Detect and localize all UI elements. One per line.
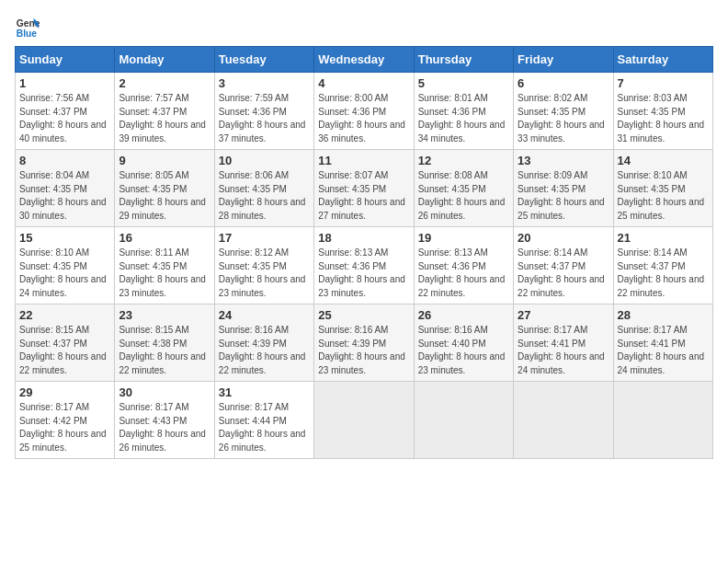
day-number: 25 bbox=[318, 308, 409, 322]
day-number: 16 bbox=[119, 231, 210, 245]
calendar-cell: 2Sunrise: 7:57 AMSunset: 4:37 PMDaylight… bbox=[115, 73, 214, 150]
header-tuesday: Tuesday bbox=[214, 47, 313, 73]
day-info: Sunrise: 8:15 AMSunset: 4:37 PMDaylight:… bbox=[19, 324, 110, 377]
day-info: Sunrise: 8:03 AMSunset: 4:35 PMDaylight:… bbox=[618, 92, 709, 145]
calendar-cell: 4Sunrise: 8:00 AMSunset: 4:36 PMDaylight… bbox=[314, 73, 414, 150]
calendar-cell: 25Sunrise: 8:16 AMSunset: 4:39 PMDayligh… bbox=[314, 304, 414, 382]
day-number: 11 bbox=[318, 154, 409, 167]
header-wednesday: Wednesday bbox=[314, 47, 414, 73]
day-number: 26 bbox=[418, 308, 509, 322]
day-number: 17 bbox=[219, 231, 310, 245]
day-number: 20 bbox=[518, 231, 609, 245]
day-info: Sunrise: 8:12 AMSunset: 4:35 PMDaylight:… bbox=[219, 247, 310, 300]
day-info: Sunrise: 8:16 AMSunset: 4:39 PMDaylight:… bbox=[219, 324, 310, 377]
svg-text:Blue: Blue bbox=[17, 29, 38, 39]
calendar-cell: 17Sunrise: 8:12 AMSunset: 4:35 PMDayligh… bbox=[214, 227, 313, 304]
day-info: Sunrise: 8:17 AMSunset: 4:41 PMDaylight:… bbox=[618, 324, 709, 377]
calendar-cell: 15Sunrise: 8:10 AMSunset: 4:35 PMDayligh… bbox=[16, 227, 115, 304]
calendar-cell: 26Sunrise: 8:16 AMSunset: 4:40 PMDayligh… bbox=[414, 304, 513, 382]
day-number: 31 bbox=[219, 385, 310, 399]
day-number: 29 bbox=[19, 385, 110, 399]
day-info: Sunrise: 8:11 AMSunset: 4:35 PMDaylight:… bbox=[119, 247, 210, 300]
calendar-cell: 3Sunrise: 7:59 AMSunset: 4:36 PMDaylight… bbox=[214, 73, 313, 150]
day-info: Sunrise: 8:13 AMSunset: 4:36 PMDaylight:… bbox=[318, 247, 409, 300]
calendar-header-row: SundayMondayTuesdayWednesdayThursdayFrid… bbox=[16, 47, 713, 73]
day-info: Sunrise: 8:17 AMSunset: 4:43 PMDaylight:… bbox=[119, 401, 210, 454]
calendar-table: SundayMondayTuesdayWednesdayThursdayFrid… bbox=[15, 46, 713, 459]
calendar-cell: 28Sunrise: 8:17 AMSunset: 4:41 PMDayligh… bbox=[613, 304, 712, 382]
calendar-cell: 10Sunrise: 8:06 AMSunset: 4:35 PMDayligh… bbox=[214, 150, 313, 227]
logo-icon: General Blue bbox=[15, 15, 40, 40]
week-row-0: 1Sunrise: 7:56 AMSunset: 4:37 PMDaylight… bbox=[16, 73, 713, 150]
day-info: Sunrise: 8:09 AMSunset: 4:35 PMDaylight:… bbox=[518, 169, 609, 223]
calendar-cell: 16Sunrise: 8:11 AMSunset: 4:35 PMDayligh… bbox=[115, 227, 214, 304]
day-number: 2 bbox=[119, 76, 210, 90]
day-info: Sunrise: 8:17 AMSunset: 4:42 PMDaylight:… bbox=[19, 401, 110, 454]
day-number: 5 bbox=[418, 76, 509, 90]
calendar-cell: 31Sunrise: 8:17 AMSunset: 4:44 PMDayligh… bbox=[214, 382, 313, 459]
day-number: 4 bbox=[318, 76, 409, 90]
day-number: 13 bbox=[518, 154, 609, 167]
day-info: Sunrise: 8:13 AMSunset: 4:36 PMDaylight:… bbox=[418, 247, 509, 300]
header-monday: Monday bbox=[115, 47, 214, 73]
calendar-cell: 6Sunrise: 8:02 AMSunset: 4:35 PMDaylight… bbox=[514, 73, 613, 150]
header: General Blue bbox=[15, 15, 713, 40]
day-info: Sunrise: 8:15 AMSunset: 4:38 PMDaylight:… bbox=[119, 324, 210, 377]
day-number: 15 bbox=[19, 231, 110, 245]
day-info: Sunrise: 8:16 AMSunset: 4:39 PMDaylight:… bbox=[318, 324, 409, 377]
calendar-cell: 20Sunrise: 8:14 AMSunset: 4:37 PMDayligh… bbox=[514, 227, 613, 304]
calendar-cell: 27Sunrise: 8:17 AMSunset: 4:41 PMDayligh… bbox=[514, 304, 613, 382]
day-number: 30 bbox=[119, 385, 210, 399]
week-row-4: 29Sunrise: 8:17 AMSunset: 4:42 PMDayligh… bbox=[16, 382, 713, 459]
week-row-1: 8Sunrise: 8:04 AMSunset: 4:35 PMDaylight… bbox=[16, 150, 713, 227]
calendar-cell: 5Sunrise: 8:01 AMSunset: 4:36 PMDaylight… bbox=[414, 73, 513, 150]
day-number: 9 bbox=[119, 154, 210, 167]
calendar-cell: 14Sunrise: 8:10 AMSunset: 4:35 PMDayligh… bbox=[613, 150, 712, 227]
calendar-cell: 13Sunrise: 8:09 AMSunset: 4:35 PMDayligh… bbox=[514, 150, 613, 227]
calendar-cell bbox=[514, 382, 613, 459]
calendar-cell: 12Sunrise: 8:08 AMSunset: 4:35 PMDayligh… bbox=[414, 150, 513, 227]
day-number: 6 bbox=[518, 76, 609, 90]
day-number: 28 bbox=[618, 308, 709, 322]
week-row-3: 22Sunrise: 8:15 AMSunset: 4:37 PMDayligh… bbox=[16, 304, 713, 382]
day-info: Sunrise: 8:01 AMSunset: 4:36 PMDaylight:… bbox=[418, 92, 509, 145]
day-info: Sunrise: 8:14 AMSunset: 4:37 PMDaylight:… bbox=[518, 247, 609, 300]
day-number: 1 bbox=[19, 76, 110, 90]
day-number: 8 bbox=[19, 154, 110, 167]
day-info: Sunrise: 7:57 AMSunset: 4:37 PMDaylight:… bbox=[119, 92, 210, 145]
calendar-cell: 8Sunrise: 8:04 AMSunset: 4:35 PMDaylight… bbox=[16, 150, 115, 227]
calendar-cell: 1Sunrise: 7:56 AMSunset: 4:37 PMDaylight… bbox=[16, 73, 115, 150]
day-info: Sunrise: 8:02 AMSunset: 4:35 PMDaylight:… bbox=[518, 92, 609, 145]
logo: General Blue bbox=[15, 15, 44, 40]
day-info: Sunrise: 8:10 AMSunset: 4:35 PMDaylight:… bbox=[618, 169, 709, 223]
calendar-cell: 24Sunrise: 8:16 AMSunset: 4:39 PMDayligh… bbox=[214, 304, 313, 382]
calendar-cell bbox=[314, 382, 414, 459]
calendar-cell: 22Sunrise: 8:15 AMSunset: 4:37 PMDayligh… bbox=[16, 304, 115, 382]
calendar-cell: 29Sunrise: 8:17 AMSunset: 4:42 PMDayligh… bbox=[16, 382, 115, 459]
calendar-cell: 21Sunrise: 8:14 AMSunset: 4:37 PMDayligh… bbox=[613, 227, 712, 304]
day-info: Sunrise: 8:16 AMSunset: 4:40 PMDaylight:… bbox=[418, 324, 509, 377]
day-info: Sunrise: 8:04 AMSunset: 4:35 PMDaylight:… bbox=[19, 169, 110, 223]
day-number: 23 bbox=[119, 308, 210, 322]
calendar-cell: 23Sunrise: 8:15 AMSunset: 4:38 PMDayligh… bbox=[115, 304, 214, 382]
header-sunday: Sunday bbox=[16, 47, 115, 73]
day-info: Sunrise: 8:05 AMSunset: 4:35 PMDaylight:… bbox=[119, 169, 210, 223]
day-number: 7 bbox=[618, 76, 709, 90]
day-number: 27 bbox=[518, 308, 609, 322]
day-number: 22 bbox=[19, 308, 110, 322]
day-number: 24 bbox=[219, 308, 310, 322]
day-info: Sunrise: 7:56 AMSunset: 4:37 PMDaylight:… bbox=[19, 92, 110, 145]
day-number: 14 bbox=[618, 154, 709, 167]
header-friday: Friday bbox=[514, 47, 613, 73]
day-number: 21 bbox=[618, 231, 709, 245]
day-number: 10 bbox=[219, 154, 310, 167]
day-info: Sunrise: 8:06 AMSunset: 4:35 PMDaylight:… bbox=[219, 169, 310, 223]
week-row-2: 15Sunrise: 8:10 AMSunset: 4:35 PMDayligh… bbox=[16, 227, 713, 304]
day-info: Sunrise: 8:14 AMSunset: 4:37 PMDaylight:… bbox=[618, 247, 709, 300]
day-info: Sunrise: 8:10 AMSunset: 4:35 PMDaylight:… bbox=[19, 247, 110, 300]
header-saturday: Saturday bbox=[613, 47, 712, 73]
calendar-cell: 18Sunrise: 8:13 AMSunset: 4:36 PMDayligh… bbox=[314, 227, 414, 304]
calendar-cell: 30Sunrise: 8:17 AMSunset: 4:43 PMDayligh… bbox=[115, 382, 214, 459]
calendar-cell: 11Sunrise: 8:07 AMSunset: 4:35 PMDayligh… bbox=[314, 150, 414, 227]
day-number: 12 bbox=[418, 154, 509, 167]
